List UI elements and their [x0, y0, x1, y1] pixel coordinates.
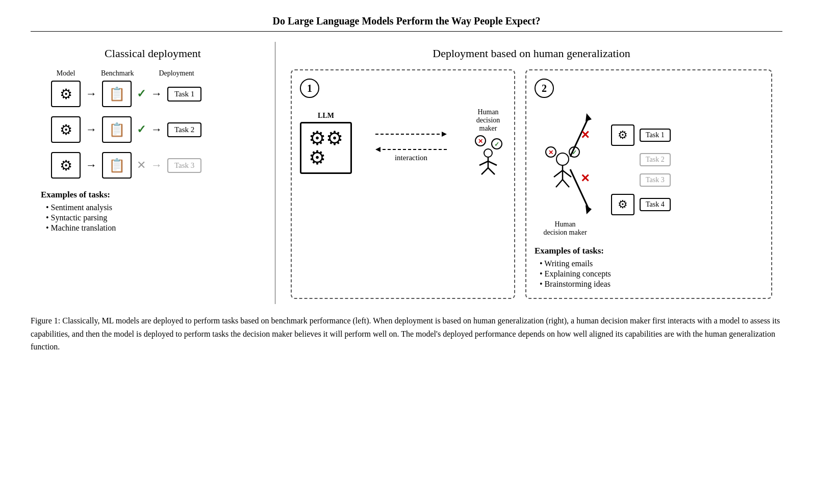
- left-panel: Classical deployment Model Benchmark Dep…: [31, 42, 275, 304]
- human-icon-area: ✓ ✕: [470, 135, 506, 178]
- svg-text:✓: ✓: [494, 141, 499, 148]
- sp2-human-label: Humandecision maker: [543, 220, 587, 237]
- table-row: Task 2: [611, 153, 671, 166]
- table-row: ⚙ Task 4: [611, 194, 671, 215]
- list-item: Brainstorming ideas: [540, 280, 763, 289]
- table-row: ⚙ Task 1: [611, 124, 671, 146]
- sub-panel-1: 1 LLM ⚙⚙⚙: [291, 69, 515, 299]
- sp2-content: ✕ ✓ ✕ ✕: [535, 103, 763, 237]
- sp2-arrows-svg: ✕ ✓ ✕ ✕: [535, 103, 596, 225]
- main-figure: Classical deployment Model Benchmark Dep…: [31, 42, 782, 304]
- llm-container: LLM ⚙⚙⚙: [300, 108, 506, 178]
- svg-line-19: [563, 180, 569, 187]
- left-examples: Examples of tasks: Sentiment analysis Sy…: [41, 190, 265, 233]
- svg-line-18: [556, 180, 563, 187]
- svg-text:✕: ✕: [580, 172, 590, 185]
- sp2-task-1: Task 1: [640, 129, 671, 142]
- arrow-2: →: [151, 87, 162, 100]
- svg-text:✕: ✕: [478, 138, 483, 145]
- svg-point-14: [556, 153, 569, 165]
- table-row: ⚙ → 📋 ✓ → Task 1: [51, 81, 265, 107]
- interaction-area: interaction: [360, 124, 462, 162]
- llm-gears-icon: ⚙⚙⚙: [309, 129, 343, 167]
- human-figure-svg: ✓ ✕: [470, 135, 506, 175]
- table-row: ⚙ → 📋 ✕ → Task 3: [51, 152, 265, 179]
- list-item: Sentiment analysis: [46, 203, 265, 212]
- sp2-gear-1: ⚙: [611, 124, 634, 146]
- task-box-3: Task 3: [167, 158, 201, 173]
- arrow-5: →: [86, 159, 97, 172]
- table-row: Task 3: [611, 173, 671, 187]
- left-examples-title: Examples of tasks:: [41, 190, 265, 200]
- classical-rows: ⚙ → 📋 ✓ → Task 1 ⚙ → 📋 ✓ → Task 2 ⚙ → 📋: [51, 81, 265, 179]
- sp2-task-2: Task 2: [640, 153, 671, 166]
- sp2-tasks: ⚙ Task 1 Task 2 Task 3 ⚙ Task 4: [611, 124, 671, 215]
- circle-num-1: 1: [300, 79, 319, 98]
- right-examples: Examples of tasks: Writing emails Explai…: [535, 246, 763, 289]
- check-mark-1: ✓: [137, 87, 146, 100]
- col-label-model: Model: [51, 69, 81, 78]
- page-title: Do Large Language Models Perform the Way…: [31, 15, 782, 32]
- human-label-1: Humandecision maker: [470, 108, 506, 133]
- svg-line-17: [563, 170, 571, 177]
- svg-line-11: [488, 161, 497, 165]
- svg-line-12: [481, 168, 488, 174]
- list-item: Writing emails: [540, 259, 763, 268]
- right-inner: 1 LLM ⚙⚙⚙: [291, 69, 772, 299]
- interaction-label: interaction: [395, 154, 427, 162]
- sp2-task-4: Task 4: [640, 198, 671, 211]
- arrow-3: →: [86, 123, 97, 136]
- left-examples-list: Sentiment analysis Syntactic parsing Mac…: [41, 203, 265, 233]
- arrow-1: →: [86, 87, 97, 100]
- right-panel: Deployment based on human generalization…: [275, 42, 782, 304]
- check-mark-2: ✓: [137, 123, 146, 136]
- llm-area: LLM ⚙⚙⚙: [300, 112, 352, 174]
- task-box-2: Task 2: [167, 122, 201, 137]
- sp2-task-3: Task 3: [640, 173, 671, 187]
- right-panel-title: Deployment based on human generalization: [291, 47, 772, 60]
- svg-marker-27: [586, 205, 592, 214]
- arrow-4: →: [151, 123, 162, 136]
- svg-line-13: [488, 168, 495, 174]
- left-panel-title: Classical deployment: [41, 47, 265, 60]
- benchmark-icon-1: 📋: [102, 81, 132, 107]
- model-icon-1: ⚙: [51, 81, 81, 107]
- task-box-1: Task 1: [167, 87, 201, 102]
- sub-panel-2: 2 ✕: [525, 69, 772, 299]
- svg-marker-25: [586, 113, 592, 121]
- benchmark-icon-2: 📋: [102, 116, 132, 143]
- list-item: Syntactic parsing: [46, 213, 265, 222]
- col-labels: Model Benchmark Deployment: [51, 69, 265, 78]
- list-item: Explaining concepts: [540, 269, 763, 279]
- figure-caption: Figure 1: Classically, ML models are dep…: [31, 314, 782, 354]
- x-mark-3: ✕: [137, 159, 146, 172]
- svg-line-10: [479, 161, 488, 165]
- right-examples-title: Examples of tasks:: [535, 246, 763, 256]
- right-examples-list: Writing emails Explaining concepts Brain…: [535, 259, 763, 289]
- circle-num-2: 2: [535, 79, 554, 98]
- svg-point-8: [484, 149, 492, 157]
- arrow-6: →: [151, 159, 162, 172]
- sp2-gear-4: ⚙: [611, 194, 634, 215]
- llm-label: LLM: [318, 112, 334, 120]
- svg-marker-3: [375, 147, 380, 152]
- human-decision-area-1: Humandecision maker ✓ ✕: [470, 108, 506, 178]
- list-item: Machine translation: [46, 223, 265, 233]
- sp2-human-area: ✕ ✓ ✕ ✕: [535, 103, 596, 237]
- svg-text:✕: ✕: [548, 149, 553, 156]
- model-icon-2: ⚙: [51, 116, 81, 143]
- svg-text:✕: ✕: [580, 129, 590, 141]
- svg-marker-1: [442, 132, 447, 137]
- col-label-deployment: Deployment: [156, 69, 197, 78]
- table-row: ⚙ → 📋 ✓ → Task 2: [51, 116, 265, 143]
- col-label-benchmark: Benchmark: [101, 69, 131, 78]
- svg-line-16: [554, 170, 563, 177]
- llm-box: ⚙⚙⚙: [300, 122, 352, 174]
- benchmark-icon-3: 📋: [102, 152, 132, 179]
- model-icon-3: ⚙: [51, 152, 81, 179]
